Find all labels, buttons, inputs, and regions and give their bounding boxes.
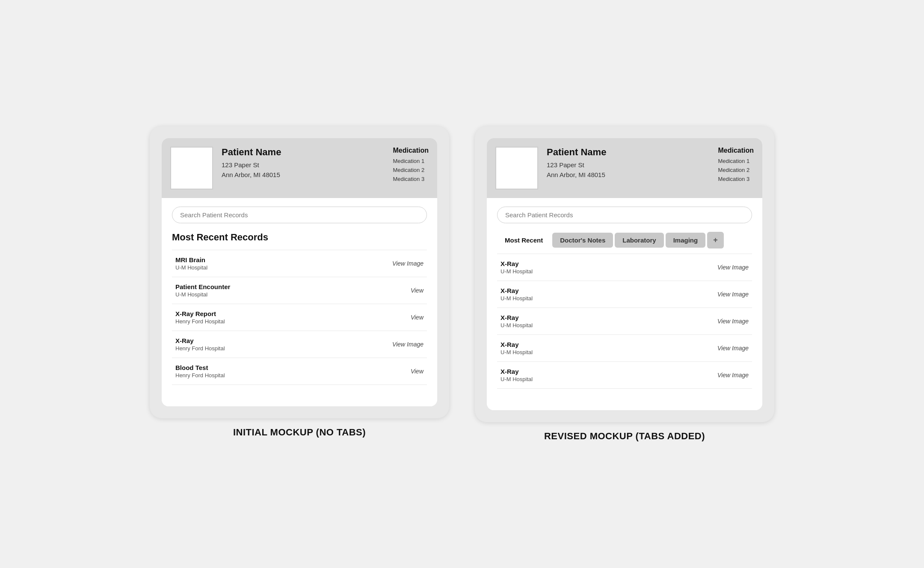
record-name: X-Ray (500, 341, 533, 348)
device-frame-revised: Patient Name123 Paper StAnn Arbor, MI 48… (475, 126, 774, 422)
record-action[interactable]: View Image (717, 291, 749, 298)
record-info-0: X-RayU-M Hospital (500, 260, 533, 275)
patient-medication: MedicationMedication 1Medication 2Medica… (718, 147, 754, 183)
mockup-label-revised: REVISED MOCKUP (TABS ADDED) (544, 431, 705, 442)
record-action[interactable]: View (411, 368, 424, 375)
record-hospital: U-M Hospital (500, 376, 533, 382)
patient-photo (170, 147, 213, 189)
medication-item-1: Medication 2 (393, 166, 429, 175)
record-action[interactable]: View Image (717, 264, 749, 271)
medication-item-1: Medication 2 (718, 166, 754, 175)
section-title: Most Recent Records (172, 232, 427, 243)
record-hospital: U-M Hospital (500, 268, 533, 275)
record-hospital: U-M Hospital (175, 291, 230, 298)
table-row: Patient EncounterU-M HospitalView (172, 277, 427, 304)
record-name: MRI Brain (175, 256, 207, 263)
record-info-1: Patient EncounterU-M Hospital (175, 283, 230, 298)
patient-medication: MedicationMedication 1Medication 2Medica… (393, 147, 429, 183)
record-action[interactable]: View Image (717, 345, 749, 352)
medication-title: Medication (393, 147, 429, 154)
patient-header: Patient Name123 Paper StAnn Arbor, MI 48… (162, 138, 437, 198)
record-name: X-Ray (500, 368, 533, 375)
record-hospital: U-M Hospital (500, 295, 533, 302)
medication-item-2: Medication 3 (393, 175, 429, 184)
record-name: X-Ray (175, 337, 225, 344)
record-action[interactable]: View (411, 287, 424, 294)
record-info-2: X-RayU-M Hospital (500, 314, 533, 328)
tab-1[interactable]: Doctor's Notes (552, 233, 613, 248)
mockups-row: Patient Name123 Paper StAnn Arbor, MI 48… (77, 126, 847, 442)
record-action[interactable]: View Image (392, 341, 424, 348)
tab-4[interactable]: + (707, 232, 724, 248)
medication-item-2: Medication 3 (718, 175, 754, 184)
patient-photo (495, 147, 538, 189)
record-info-4: Blood TestHenry Ford Hospital (175, 364, 225, 379)
record-info-2: X-Ray ReportHenry Ford Hospital (175, 310, 225, 325)
patient-info: Patient Name123 Paper StAnn Arbor, MI 48… (222, 147, 384, 180)
search-bar (497, 207, 752, 223)
record-hospital: U-M Hospital (500, 322, 533, 328)
record-hospital: Henry Ford Hospital (175, 318, 225, 325)
tab-0[interactable]: Most Recent (497, 233, 551, 248)
patient-address-line1: 123 Paper St (222, 160, 384, 170)
record-info-3: X-RayHenry Ford Hospital (175, 337, 225, 352)
record-name: X-Ray (500, 314, 533, 321)
patient-address-line1: 123 Paper St (547, 160, 709, 170)
record-hospital: U-M Hospital (175, 264, 207, 271)
records-list: MRI BrainU-M HospitalView ImagePatient E… (172, 250, 427, 385)
record-info-3: X-RayU-M Hospital (500, 341, 533, 355)
record-info-1: X-RayU-M Hospital (500, 287, 533, 302)
table-row: Blood TestHenry Ford HospitalView (172, 358, 427, 385)
search-input[interactable] (497, 207, 752, 223)
record-name: Blood Test (175, 364, 225, 371)
record-info-4: X-RayU-M Hospital (500, 368, 533, 382)
patient-header: Patient Name123 Paper StAnn Arbor, MI 48… (487, 138, 762, 198)
device-inner-revised: Patient Name123 Paper StAnn Arbor, MI 48… (487, 138, 762, 410)
content-area: Most RecentDoctor's NotesLaboratoryImagi… (487, 198, 762, 410)
record-name: X-Ray Report (175, 310, 225, 317)
record-action[interactable]: View (411, 314, 424, 321)
table-row: X-RayHenry Ford HospitalView Image (172, 331, 427, 358)
search-input[interactable] (172, 207, 427, 223)
record-hospital: Henry Ford Hospital (175, 372, 225, 379)
record-hospital: U-M Hospital (500, 349, 533, 355)
table-row: X-RayU-M HospitalView Image (497, 362, 752, 389)
patient-address-line2: Ann Arbor, MI 48015 (222, 170, 384, 180)
device-inner-initial: Patient Name123 Paper StAnn Arbor, MI 48… (162, 138, 437, 406)
device-frame-initial: Patient Name123 Paper StAnn Arbor, MI 48… (150, 126, 449, 418)
medication-title: Medication (718, 147, 754, 154)
mockup-container-initial: Patient Name123 Paper StAnn Arbor, MI 48… (150, 126, 449, 438)
patient-info: Patient Name123 Paper StAnn Arbor, MI 48… (547, 147, 709, 180)
record-action[interactable]: View Image (717, 372, 749, 379)
search-bar (172, 207, 427, 223)
record-info-0: MRI BrainU-M Hospital (175, 256, 207, 271)
tab-3[interactable]: Imaging (666, 233, 706, 248)
record-name: X-Ray (500, 260, 533, 267)
medication-item-0: Medication 1 (393, 157, 429, 166)
table-row: X-RayU-M HospitalView Image (497, 335, 752, 362)
medication-item-0: Medication 1 (718, 157, 754, 166)
patient-name: Patient Name (222, 147, 384, 158)
table-row: X-RayU-M HospitalView Image (497, 281, 752, 308)
records-list: X-RayU-M HospitalView ImageX-RayU-M Hosp… (497, 254, 752, 389)
record-name: X-Ray (500, 287, 533, 294)
mockup-label-initial: INITIAL MOCKUP (NO TABS) (233, 427, 366, 438)
tabs-row: Most RecentDoctor's NotesLaboratoryImagi… (497, 232, 752, 248)
tab-2[interactable]: Laboratory (615, 233, 663, 248)
patient-name: Patient Name (547, 147, 709, 158)
table-row: X-Ray ReportHenry Ford HospitalView (172, 304, 427, 331)
content-area: Most Recent RecordsMRI BrainU-M Hospital… (162, 198, 437, 406)
table-row: MRI BrainU-M HospitalView Image (172, 250, 427, 277)
record-hospital: Henry Ford Hospital (175, 345, 225, 352)
patient-address-line2: Ann Arbor, MI 48015 (547, 170, 709, 180)
record-action[interactable]: View Image (717, 318, 749, 325)
table-row: X-RayU-M HospitalView Image (497, 308, 752, 335)
mockup-container-revised: Patient Name123 Paper StAnn Arbor, MI 48… (475, 126, 774, 442)
record-name: Patient Encounter (175, 283, 230, 290)
record-action[interactable]: View Image (392, 260, 424, 267)
table-row: X-RayU-M HospitalView Image (497, 254, 752, 281)
